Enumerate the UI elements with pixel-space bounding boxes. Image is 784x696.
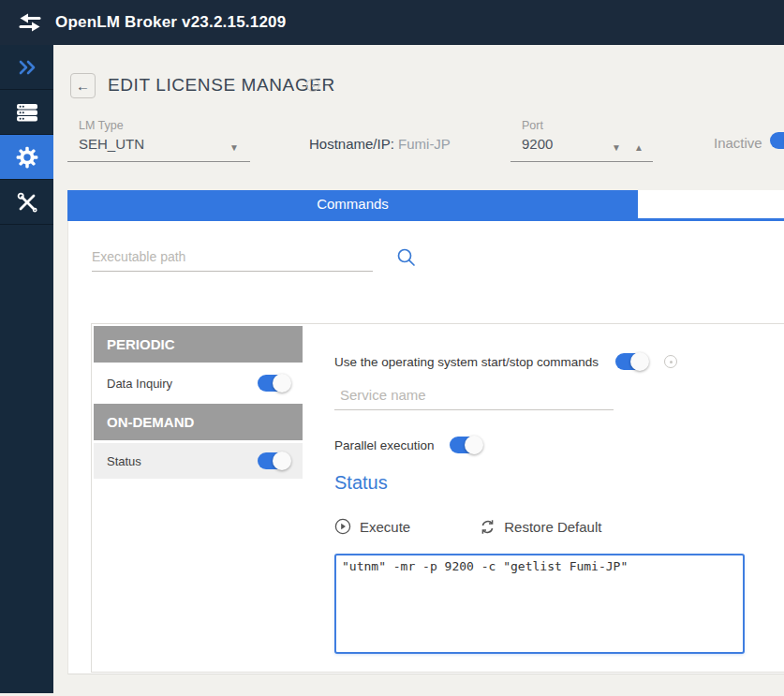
execute-button[interactable]: Execute: [334, 518, 410, 535]
parallel-execution-toggle[interactable]: [450, 437, 481, 453]
search-icon: [396, 247, 417, 268]
status-toggle[interactable]: [258, 452, 289, 469]
executable-path-input[interactable]: [92, 242, 373, 272]
restore-default-button[interactable]: Restore Default: [480, 519, 601, 535]
lm-type-value: SEH_UTN: [67, 136, 250, 152]
port-stepper-down-icon[interactable]: ▼: [612, 142, 621, 153]
commands-config-box: PERIODIC Data Inquiry ON-DEMAND Status U…: [91, 323, 784, 673]
os-commands-label: Use the operating system start/stop comm…: [334, 355, 599, 369]
topbar: OpenLM Broker v23.2.15.1209: [0, 0, 784, 45]
command-label: Status: [107, 454, 141, 468]
port-stepper-up-icon[interactable]: ▲: [634, 142, 643, 153]
hostname-display: Hostname/IP: Fumi-JP: [309, 136, 451, 152]
command-actions: Execute Restore Default: [334, 518, 601, 535]
lm-type-label: LM Type: [67, 119, 250, 132]
execute-label: Execute: [360, 519, 410, 535]
inactive-label: Inactive: [714, 135, 762, 151]
port-value: 9200: [510, 136, 653, 152]
status-section-title: Status: [334, 472, 388, 494]
page-title: EDIT LICENSE MANAGER: [108, 75, 335, 96]
title-info-icon: [306, 79, 319, 92]
play-icon: [334, 518, 351, 535]
parallel-execution-row: Parallel execution: [334, 437, 481, 453]
data-inquiry-toggle[interactable]: [258, 375, 289, 392]
hostname-label: Hostname/IP:: [309, 136, 394, 152]
tab-commands[interactable]: Commands: [67, 190, 638, 218]
parallel-execution-label: Parallel execution: [334, 438, 435, 452]
restore-default-label: Restore Default: [504, 519, 601, 535]
command-text-input[interactable]: "utnm" -mr -p 9200 -c "getlist Fumi-JP": [334, 554, 745, 654]
openlm-logo-icon: [17, 11, 43, 34]
commands-panel: PERIODIC Data Inquiry ON-DEMAND Status U…: [67, 221, 784, 674]
lm-type-select[interactable]: LM Type SEH_UTN ▼: [67, 119, 250, 162]
tools-icon: [16, 191, 38, 214]
os-commands-info-icon: [664, 355, 677, 368]
group-header-periodic: PERIODIC: [94, 326, 303, 363]
refresh-icon: [480, 519, 496, 535]
group-header-on-demand: ON-DEMAND: [94, 404, 303, 440]
tab-strip-empty: [638, 190, 784, 218]
os-commands-row: Use the operating system start/stop comm…: [334, 353, 677, 370]
command-row-status[interactable]: Status: [94, 443, 303, 479]
inactive-toggle[interactable]: [770, 132, 784, 149]
gear-icon: [15, 145, 39, 170]
command-row-data-inquiry[interactable]: Data Inquiry: [94, 365, 303, 401]
sidebar-item-tools[interactable]: [0, 180, 53, 225]
search-button[interactable]: [396, 247, 417, 268]
port-label: Port: [510, 119, 653, 132]
hostname-value: Fumi-JP: [398, 136, 451, 152]
os-commands-toggle[interactable]: [615, 353, 647, 370]
sidebar-expand-button[interactable]: [0, 45, 53, 90]
app-title: OpenLM Broker v23.2.15.1209: [55, 13, 286, 32]
sidebar: [0, 45, 53, 693]
port-field[interactable]: Port 9200 ▼ ▲: [510, 119, 653, 162]
back-button[interactable]: ←: [70, 73, 96, 98]
servers-icon: [16, 101, 38, 124]
lm-type-dropdown-arrow-icon[interactable]: ▼: [229, 142, 239, 153]
double-chevron-right-icon: [16, 56, 38, 79]
sidebar-item-settings[interactable]: [0, 135, 53, 180]
sidebar-item-license-managers[interactable]: [0, 90, 53, 135]
command-list: PERIODIC Data Inquiry ON-DEMAND Status: [94, 326, 303, 481]
service-name-input[interactable]: [334, 380, 614, 410]
command-label: Data Inquiry: [107, 377, 172, 391]
